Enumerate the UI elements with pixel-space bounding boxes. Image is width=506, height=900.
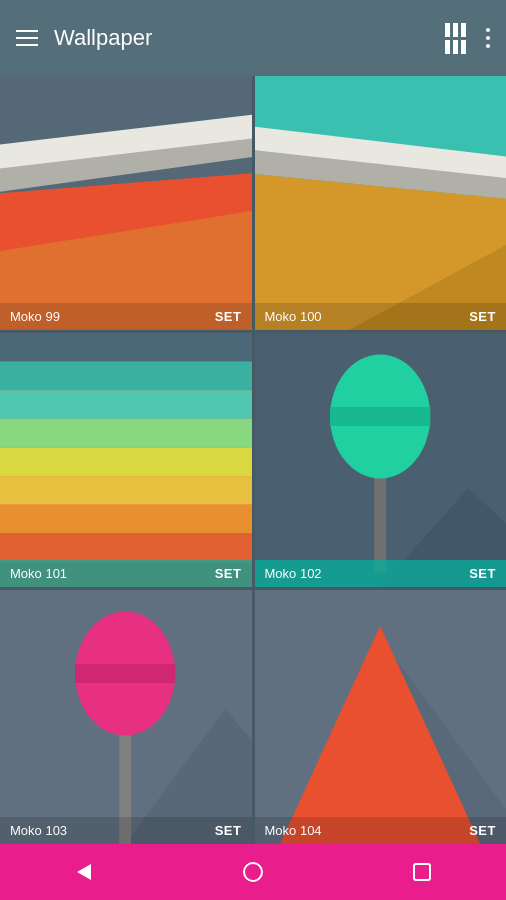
wallpaper-name-moko103: Moko 103: [10, 823, 67, 838]
svg-rect-12: [0, 362, 252, 391]
svg-rect-22: [374, 464, 386, 571]
nav-recent-button[interactable]: [400, 850, 444, 894]
wallpaper-item-moko103[interactable]: Moko 103 SET: [0, 590, 252, 844]
wallpaper-name-moko102: Moko 102: [265, 566, 322, 581]
wallpaper-item-moko99[interactable]: Moko 99 SET: [0, 76, 252, 330]
svg-point-34: [244, 863, 262, 881]
wallpaper-footer-moko99: Moko 99 SET: [0, 303, 252, 330]
more-vert-icon[interactable]: [486, 28, 490, 48]
wallpaper-item-moko101[interactable]: Moko 101 SET: [0, 333, 252, 587]
svg-rect-16: [0, 476, 252, 505]
wallpaper-item-moko104[interactable]: Moko 104 SET: [255, 590, 507, 844]
menu-icon[interactable]: [16, 30, 38, 46]
wallpaper-name-moko100: Moko 100: [265, 309, 322, 324]
wallpaper-footer-moko104: Moko 104 SET: [255, 817, 507, 844]
wallpaper-set-moko103[interactable]: SET: [215, 823, 242, 838]
nav-back-button[interactable]: [62, 850, 106, 894]
svg-rect-14: [0, 419, 252, 448]
wallpaper-footer-moko102: Moko 102 SET: [255, 560, 507, 587]
wallpaper-item-moko102[interactable]: Moko 102 SET: [255, 333, 507, 587]
wallpaper-set-moko99[interactable]: SET: [215, 309, 242, 324]
wallpaper-name-moko101: Moko 101: [10, 566, 67, 581]
wallpaper-name-moko99: Moko 99: [10, 309, 60, 324]
wallpaper-set-moko102[interactable]: SET: [469, 566, 496, 581]
svg-rect-11: [0, 333, 252, 362]
wallpaper-set-moko104[interactable]: SET: [469, 823, 496, 838]
wallpaper-set-moko101[interactable]: SET: [215, 566, 242, 581]
svg-rect-15: [0, 447, 252, 476]
nav-home-button[interactable]: [231, 850, 275, 894]
wallpaper-set-moko100[interactable]: SET: [469, 309, 496, 324]
svg-rect-24: [330, 407, 430, 426]
svg-rect-18: [0, 533, 252, 562]
wallpaper-item-moko100[interactable]: Moko 100 SET: [255, 76, 507, 330]
svg-rect-13: [0, 390, 252, 419]
app-bar-actions: [445, 23, 490, 54]
bottom-navigation: [0, 844, 506, 900]
wallpaper-footer-moko103: Moko 103 SET: [0, 817, 252, 844]
wallpaper-name-moko104: Moko 104: [265, 823, 322, 838]
wallpaper-grid: Moko 99 SET Moko 100 SET: [0, 76, 506, 844]
svg-rect-29: [75, 664, 175, 683]
wallpaper-footer-moko100: Moko 100 SET: [255, 303, 507, 330]
page-title: Wallpaper: [54, 25, 445, 51]
svg-marker-33: [77, 864, 91, 880]
svg-rect-35: [414, 864, 430, 880]
app-bar: Wallpaper: [0, 0, 506, 76]
wallpaper-footer-moko101: Moko 101 SET: [0, 560, 252, 587]
svg-rect-17: [0, 505, 252, 534]
grid-view-icon[interactable]: [445, 23, 466, 54]
